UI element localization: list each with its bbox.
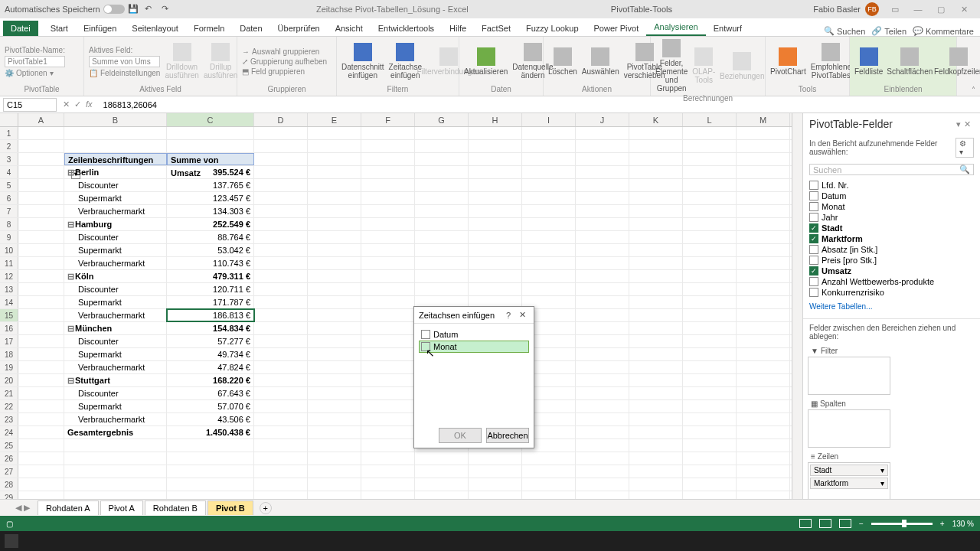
cell[interactable] [64,439,167,452]
tab-file[interactable]: Datei [3,21,38,36]
area-rows-dropzone[interactable]: Stadt▾ Marktform▾ [808,462,890,499]
cell[interactable]: Gesamtergebnis [64,426,167,439]
col-header[interactable]: C [167,113,254,126]
row-header[interactable]: 15 [0,309,18,321]
tab-design[interactable]: Entwurf [706,21,750,36]
redo-icon[interactable]: ↷ [162,4,172,15]
cell[interactable]: 47.824 € [167,361,254,373]
row-header[interactable]: 29 [0,491,18,499]
active-field-input[interactable]: Summe von Ums [89,56,160,67]
user-avatar[interactable]: FB [865,2,879,16]
row-header[interactable]: 23 [0,413,18,425]
cell[interactable]: Summe von Umsatz [167,153,254,165]
row-header[interactable]: 8 [0,218,18,230]
cell[interactable]: 88.764 € [167,231,254,243]
cell[interactable]: 395.524 € [167,166,254,178]
pivotchart-button[interactable]: PivotChart [770,47,806,76]
col-header[interactable]: D [254,113,308,126]
cell[interactable]: ⊟Berlin [64,166,167,178]
pt-name-input[interactable]: PivotTable1 [5,56,65,67]
recommended-button[interactable]: Empfohlene PivotTables [811,43,851,80]
options-button[interactable]: ⚙️ Optionen ▾ [5,69,65,77]
zoom-slider[interactable] [871,523,933,525]
col-header[interactable]: M [737,113,790,126]
cancel-button[interactable]: Abbrechen [486,428,529,443]
cell[interactable]: 1.450.438 € [167,426,254,439]
checkbox-icon[interactable]: ✓ [809,234,818,243]
cell[interactable] [167,478,254,491]
cell[interactable]: 186.813 € [167,309,254,321]
fields-items-button[interactable]: Felder, Elemente und Gruppen [655,39,688,93]
field-item[interactable]: Jahr [809,212,974,223]
row-header[interactable]: 1 [0,127,18,139]
cell[interactable]: Supermarkt [64,244,167,256]
cell[interactable]: Discounter [64,335,167,347]
timeline-field-monat[interactable]: Monat [419,341,529,353]
field-item[interactable]: ✓Umsatz [809,266,974,276]
dialog-close-icon[interactable]: ✕ [515,310,529,320]
row-header[interactable]: 17 [0,335,18,347]
cell[interactable]: Verbrauchermarkt [64,205,167,217]
tab-help[interactable]: Hilfe [442,21,474,36]
row-pill-stadt[interactable]: Stadt▾ [810,465,888,476]
taskbar-app-icon[interactable] [5,534,18,548]
cell[interactable] [167,439,254,452]
checkbox-icon[interactable] [809,191,818,201]
timeline-field-datum[interactable]: Datum [419,328,529,341]
checkbox-icon[interactable] [421,342,430,351]
field-item[interactable]: ✓Marktform [809,233,974,244]
row-header[interactable]: 9 [0,231,18,243]
cell[interactable]: Discounter [64,179,167,191]
minimize-icon[interactable]: ― [906,5,929,14]
cell[interactable] [167,140,254,152]
cell[interactable]: Supermarkt [64,192,167,204]
cell[interactable] [64,127,167,139]
tab-formulas[interactable]: Formeln [186,21,232,36]
search-button[interactable]: 🔍 Suchen [824,26,865,36]
windows-taskbar[interactable] [0,531,980,551]
row-header[interactable]: 2 [0,140,18,152]
col-header[interactable]: E [308,113,361,126]
tab-powerpivot[interactable]: Power Pivot [586,21,647,36]
row-header[interactable]: 27 [0,465,18,478]
record-macro-icon[interactable]: ▢ [6,520,13,528]
row-header[interactable]: 13 [0,283,18,295]
area-columns-dropzone[interactable] [808,409,890,448]
row-header[interactable]: 22 [0,400,18,412]
cell[interactable]: Supermarkt [64,296,167,308]
cell[interactable] [167,491,254,499]
collapse-ribbon-icon[interactable]: ˄ [972,86,975,94]
headers-button[interactable]: Feldkopfzeilen [936,47,980,76]
formula-input[interactable]: 186813,26064 [99,100,980,109]
col-header[interactable]: G [415,113,469,126]
row-header[interactable]: 25 [0,439,18,452]
row-header[interactable]: 3 [0,153,18,165]
cell[interactable]: Discounter [64,283,167,295]
name-box[interactable]: C15 [3,98,57,112]
cell[interactable]: ⊟Hamburg [64,218,167,230]
tab-start[interactable]: Start [43,21,76,36]
row-pill-marktform[interactable]: Marktform▾ [810,478,888,489]
row-header[interactable]: 11 [0,257,18,269]
checkbox-icon[interactable] [809,256,818,265]
col-header[interactable]: J [576,113,629,126]
share-button[interactable]: 🔗 Teilen [871,26,906,36]
row-header[interactable]: 12 [0,270,18,282]
cell[interactable]: ⊟München [64,322,167,334]
buttons-button[interactable]: Schaltflächen [887,47,932,76]
close-icon[interactable]: ✕ [952,5,975,15]
cell[interactable]: 479.311 € [167,270,254,282]
undo-icon[interactable]: ↶ [145,4,155,15]
zoom-level[interactable]: 130 % [952,520,974,528]
autosave-toggle[interactable]: Automatisches Speichern [5,5,125,14]
cell[interactable]: ⊟Stuttgart [64,374,167,386]
cell[interactable]: Supermarkt [64,348,167,360]
clear-button[interactable]: Löschen [548,47,577,76]
row-header[interactable]: 6 [0,192,18,204]
field-item[interactable]: Monat [809,201,974,212]
tab-fuzzy[interactable]: Fuzzy Lookup [518,21,586,36]
cell[interactable]: Zeilenbeschriftungen▾ [64,153,167,165]
col-header[interactable]: I [522,113,576,126]
field-settings-button[interactable]: 📋 Feldeinstellungen [89,69,160,77]
row-header[interactable]: 20 [0,374,18,386]
